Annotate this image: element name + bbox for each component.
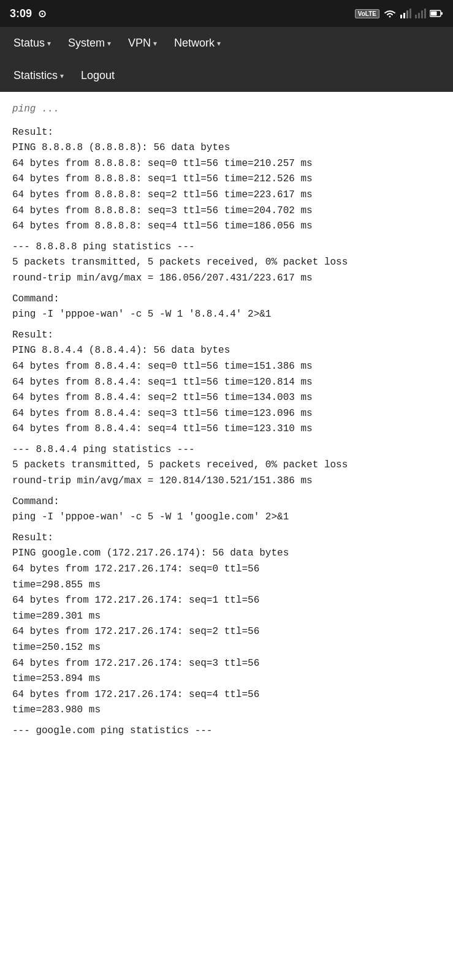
main-content: ping ... Result: PING 8.8.8.8 (8.8.8.8):… [0,92,453,754]
navbar-row-1: Status ▾ System ▾ VPN ▾ Network ▾ [0,27,453,59]
time-display: 3:09 [10,7,32,20]
command-block-1: Command: ping -I 'pppoe-wan' -c 5 -W 1 '… [12,292,441,323]
ping-line-3-1a: 64 bytes from 172.217.26.174: seq=1 ttl=… [12,593,441,609]
stats-header-2: --- 8.8.4.4 ping statistics --- [12,442,441,458]
svg-rect-10 [441,12,443,15]
result-block-3: Result: PING google.com (172.217.26.174)… [12,530,441,718]
nav-vpn-arrow: ▾ [153,39,157,48]
nav-vpn[interactable]: VPN ▾ [120,27,166,59]
ping-line-1-1: 64 bytes from 8.8.8.8: seq=1 ttl=56 time… [12,172,441,187]
ping-line-2-4: 64 bytes from 8.8.4.4: seq=4 ttl=56 time… [12,421,441,437]
stats-packets-1: 5 packets transmitted, 5 packets receive… [12,255,441,271]
svg-rect-4 [415,15,417,18]
status-bar-left: 3:09 ⊙ [10,7,46,20]
nav-status-arrow: ▾ [47,39,51,48]
svg-rect-9 [431,12,437,16]
result-label-2: Result: [12,328,441,344]
stats-block-3: --- google.com ping statistics --- [12,723,441,739]
ping-line-1-3: 64 bytes from 8.8.8.8: seq=3 ttl=56 time… [12,203,441,219]
nav-status[interactable]: Status ▾ [5,27,59,59]
ping-header-3: PING google.com (172.217.26.174): 56 dat… [12,546,441,562]
nav-network-arrow: ▾ [217,39,221,48]
nav-network[interactable]: Network ▾ [166,27,229,59]
result-block-1: Result: PING 8.8.8.8 (8.8.8.8): 56 data … [12,125,441,235]
stats-rtt-2: round-trip min/avg/max = 120.814/130.521… [12,473,441,489]
nav-logout[interactable]: Logout [72,59,123,92]
ping-header-2: PING 8.8.4.4 (8.8.4.4): 56 data bytes [12,343,441,359]
stats-block-2: --- 8.8.4.4 ping statistics --- 5 packet… [12,442,441,489]
nav-system[interactable]: System ▾ [59,27,120,59]
svg-rect-3 [409,9,411,18]
nav-vpn-label: VPN [128,37,151,50]
svg-rect-7 [424,9,426,18]
wifi-icon [383,9,397,18]
ping-line-2-3: 64 bytes from 8.8.4.4: seq=3 ttl=56 time… [12,406,441,422]
ping-line-3-0b: time=298.855 ms [12,578,441,594]
ping-line-3-1b: time=289.301 ms [12,609,441,625]
ping-line-2-1: 64 bytes from 8.8.4.4: seq=1 ttl=56 time… [12,375,441,391]
svg-rect-2 [406,10,408,18]
recording-icon: ⊙ [38,8,46,20]
volte-badge: VoLTE [355,9,379,18]
ping-line-2-0: 64 bytes from 8.8.4.4: seq=0 ttl=56 time… [12,359,441,375]
nav-network-label: Network [174,37,215,50]
truncated-content: ping ... [12,102,441,118]
svg-rect-1 [403,13,405,18]
stats-header-3: --- google.com ping statistics --- [12,723,441,739]
nav-status-label: Status [13,37,45,50]
signal-icon [400,9,411,18]
ping-line-3-3b: time=253.894 ms [12,671,441,687]
nav-statistics[interactable]: Statistics ▾ [5,59,72,92]
ping-line-3-2a: 64 bytes from 172.217.26.174: seq=2 ttl=… [12,624,441,640]
nav-logout-label: Logout [81,69,115,82]
stats-packets-2: 5 packets transmitted, 5 packets receive… [12,458,441,473]
navbar-row-2: Statistics ▾ Logout [0,59,453,92]
svg-rect-0 [400,15,402,18]
battery-icon [430,10,443,17]
ping-line-1-4: 64 bytes from 8.8.8.8: seq=4 ttl=56 time… [12,219,441,235]
ping-line-1-0: 64 bytes from 8.8.8.8: seq=0 ttl=56 time… [12,156,441,172]
ping-line-3-0a: 64 bytes from 172.217.26.174: seq=0 ttl=… [12,562,441,578]
svg-rect-6 [421,10,423,18]
command-label-1: Command: [12,292,441,307]
ping-line-3-2b: time=250.152 ms [12,640,441,656]
stats-rtt-1: round-trip min/avg/max = 186.056/207.431… [12,271,441,287]
ping-line-3-4b: time=283.980 ms [12,703,441,718]
status-bar: 3:09 ⊙ VoLTE [0,0,453,27]
navbar: Status ▾ System ▾ VPN ▾ Network ▾ Statis… [0,27,453,92]
nav-statistics-label: Statistics [13,69,58,82]
ping-line-3-4a: 64 bytes from 172.217.26.174: seq=4 ttl=… [12,687,441,703]
command-text-2: ping -I 'pppoe-wan' -c 5 -W 1 'google.co… [12,510,441,526]
result-block-2: Result: PING 8.8.4.4 (8.8.4.4): 56 data … [12,328,441,437]
no-signal-icon [415,9,426,18]
result-label-3: Result: [12,530,441,546]
ping-header-1: PING 8.8.8.8 (8.8.8.8): 56 data bytes [12,140,441,156]
nav-system-arrow: ▾ [107,39,111,48]
stats-header-1: --- 8.8.8.8 ping statistics --- [12,239,441,255]
nav-system-label: System [68,37,105,50]
command-label-2: Command: [12,494,441,510]
status-bar-right: VoLTE [355,9,443,18]
stats-block-1: --- 8.8.8.8 ping statistics --- 5 packet… [12,239,441,287]
command-block-2: Command: ping -I 'pppoe-wan' -c 5 -W 1 '… [12,494,441,526]
ping-line-2-2: 64 bytes from 8.8.4.4: seq=2 ttl=56 time… [12,390,441,406]
svg-rect-5 [418,13,420,18]
result-label-1: Result: [12,125,441,141]
nav-statistics-arrow: ▾ [60,72,64,80]
ping-line-3-3a: 64 bytes from 172.217.26.174: seq=3 ttl=… [12,656,441,672]
command-text-1: ping -I 'pppoe-wan' -c 5 -W 1 '8.8.4.4' … [12,307,441,323]
ping-line-1-2: 64 bytes from 8.8.8.8: seq=2 ttl=56 time… [12,187,441,203]
